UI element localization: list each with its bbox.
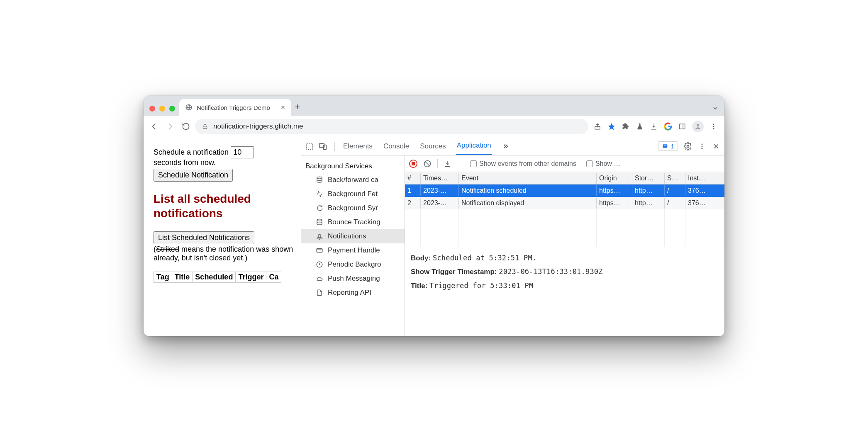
detail-title-label: Title: [411,282,427,290]
tab-elements[interactable]: Elements [342,138,373,155]
url-text: notification-triggers.glitch.me [213,122,303,131]
sidebar-item-reporting[interactable]: Reporting API [301,286,405,300]
minimize-window-button[interactable] [159,106,165,112]
sidebar-item-notifications[interactable]: Notifications [301,229,405,243]
sidebar-item-label: Bounce Tracking [328,218,380,226]
file-icon [315,289,324,297]
opt-show[interactable]: Show … [586,160,620,167]
svg-point-14 [702,146,703,147]
extensions-icon[interactable] [622,122,630,131]
detail-body-label: Body: [411,254,431,262]
tabs-dropdown-icon[interactable] [712,105,719,112]
more-tabs-icon[interactable] [501,142,510,150]
seconds-input[interactable] [231,146,254,158]
new-tab-button[interactable]: + [291,102,304,116]
sidebar-item-bounce[interactable]: Bounce Tracking [301,215,405,229]
checkbox-icon[interactable] [586,160,593,167]
sidebar-header: Background Services [301,160,405,173]
svg-point-7 [713,128,714,129]
address-bar[interactable]: notification-triggers.glitch.me [195,119,588,134]
close-devtools-icon[interactable] [712,142,720,150]
col-event[interactable]: Event [459,173,597,184]
more-menu-icon[interactable] [698,142,706,150]
tab-console[interactable]: Console [383,138,410,155]
fetch-icon [315,190,324,198]
grid-row[interactable]: 1 2023-… Notification scheduled https… h… [405,184,724,197]
devtools-sidebar: Background Services Back/forward ca Back… [301,155,405,336]
share-icon[interactable] [593,122,602,131]
browser-tab[interactable]: Notification Triggers Demo [179,99,291,116]
schedule-label-a: Schedule a notification [154,148,231,156]
sidebar-item-bg-sync[interactable]: Background Syr [301,201,405,215]
tab-application[interactable]: Application [456,137,492,155]
page-heading: List all scheduled notifications [154,192,293,221]
svg-rect-1 [203,126,207,129]
labs-icon[interactable] [636,122,644,131]
record-button[interactable] [409,160,417,168]
list-notifications-button[interactable]: List Scheduled Notifications [154,231,254,244]
sidebar-item-label: Payment Handle [328,246,380,255]
sidebar-item-bfcache[interactable]: Back/forward ca [301,173,405,187]
col-timestamp[interactable]: Times… [421,173,459,184]
svg-point-12 [687,145,689,147]
checkbox-icon[interactable] [470,160,477,167]
downloads-icon[interactable] [650,122,658,131]
col-scheduled: Scheduled [193,272,236,283]
opt-other-domains[interactable]: Show events from other domains [470,160,576,167]
forward-button[interactable] [163,120,177,133]
bookmark-star-icon[interactable] [607,122,616,131]
settings-gear-icon[interactable] [684,142,692,150]
sidebar-item-label: Back/forward ca [328,176,378,184]
sidebar-item-push[interactable]: Push Messaging [301,272,405,286]
svg-rect-8 [307,143,313,149]
close-tab-icon[interactable] [280,105,285,110]
maximize-window-button[interactable] [169,106,175,112]
grid-header: # Times… Event Origin Stor… S… Inst… [405,172,724,184]
grid-row[interactable]: 2 2023-… Notification displayed https… h… [405,197,724,209]
col-tag: Tag [154,272,172,283]
svg-rect-3 [679,124,685,129]
detail-trigger-value: 2023-06-13T16:33:01.930Z [499,267,602,276]
clock-icon [315,260,324,269]
browser-window: Notification Triggers Demo + notificatio… [144,96,724,336]
schedule-notification-button[interactable]: Schedule Notification [154,169,233,182]
sidebar-item-label: Notifications [328,232,366,240]
sidebar-item-periodic[interactable]: Periodic Backgro [301,257,405,272]
col-storage[interactable]: Stor… [632,173,665,184]
sidebar-item-bg-fetch[interactable]: Background Fet [301,187,405,201]
sidebar-item-payment[interactable]: Payment Handle [301,243,405,257]
profile-avatar[interactable] [692,121,704,132]
col-index[interactable]: # [405,173,421,184]
grid-blank [405,209,724,247]
sidepanel-icon[interactable] [678,122,686,131]
sync-icon [315,204,324,212]
table-header-row: Tag Title Scheduled Trigger Ca [154,272,281,283]
tab-strip: Notification Triggers Demo + [144,96,724,116]
kebab-menu-icon[interactable] [710,122,718,131]
device-toggle-icon[interactable] [319,142,327,150]
col-origin[interactable]: Origin [597,173,632,184]
devtools-main: Show events from other domains Show … # … [405,155,724,336]
clear-icon[interactable] [423,160,432,168]
col-sw[interactable]: S… [665,173,685,184]
toolbar-right [591,121,720,132]
striked-word: Striked [156,245,179,253]
download-icon[interactable] [444,160,452,168]
col-instance[interactable]: Inst… [685,173,724,184]
google-icon[interactable] [664,122,672,131]
close-window-button[interactable] [149,106,155,112]
svg-point-6 [713,126,714,127]
back-button[interactable] [148,120,161,133]
hint-text: (Striked means the notification was show… [154,245,293,262]
sidebar-item-label: Reporting API [328,289,371,297]
reload-button[interactable] [179,120,193,133]
database-icon [315,176,324,184]
svg-point-5 [713,124,714,125]
globe-icon [185,104,193,111]
svg-point-16 [317,177,322,179]
database-icon [315,218,324,226]
tab-sources[interactable]: Sources [419,138,446,155]
issues-badge[interactable]: 1 [658,141,678,151]
inspect-icon[interactable] [305,142,314,150]
event-details: Body: Scheduled at 5:32:51 PM. Show Trig… [405,247,724,297]
